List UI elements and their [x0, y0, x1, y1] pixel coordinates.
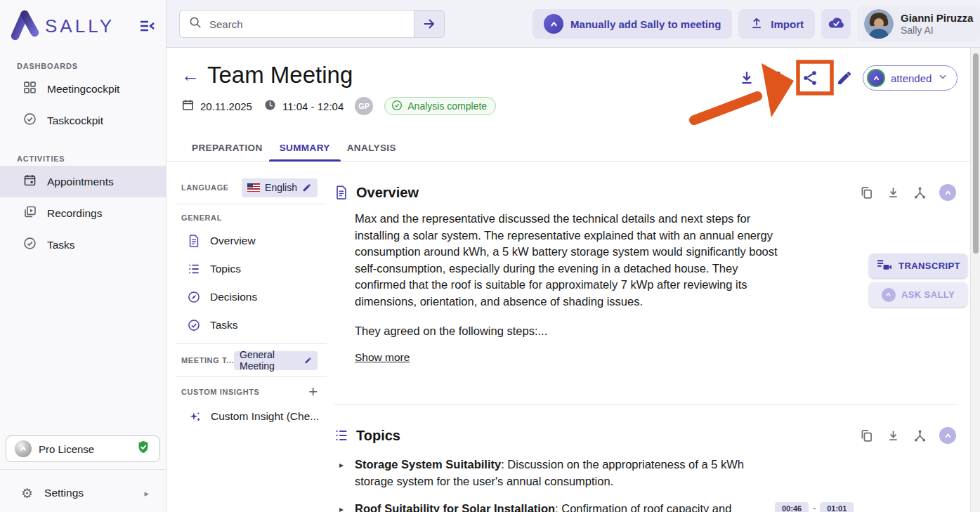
meeting-actions: attended [738, 65, 958, 91]
copy-icon[interactable] [859, 185, 874, 200]
expand-triangle-icon[interactable]: ▸ [339, 457, 344, 474]
check-circle-icon [187, 318, 201, 332]
sidebar-item-tasks[interactable]: Tasks [0, 229, 166, 261]
back-button[interactable]: ← [181, 66, 200, 84]
summary-nav-overview[interactable]: Overview [176, 227, 327, 255]
check-circle-icon [22, 112, 37, 129]
custom-insights-label: CUSTOM INSIGHTS [181, 388, 259, 396]
ask-sally-button[interactable]: ASK SALLY [869, 282, 967, 307]
summary-nav-label: Overview [210, 235, 256, 247]
download-icon[interactable] [886, 428, 901, 443]
attendance-value: attended [891, 72, 932, 84]
search-submit-button[interactable] [414, 10, 445, 38]
sidebar-item-taskcockpit[interactable]: Taskcockpit [0, 105, 166, 136]
transcript-label: TRANSCRIPT [899, 261, 960, 271]
time-start-badge[interactable]: 00:46 [775, 502, 809, 512]
import-button[interactable]: Import [738, 9, 815, 39]
sally-ai-icon[interactable] [939, 427, 956, 444]
calendar-icon [181, 98, 195, 114]
sally-logo-icon [544, 14, 563, 34]
overview-body-2: They agreed on the following steps:... [355, 324, 547, 338]
overview-actions [859, 184, 956, 201]
sidebar-item-label: Recordings [47, 207, 102, 220]
sidebar-divider [0, 469, 166, 470]
custom-insight-label: Custom Insight (Che... [211, 410, 319, 423]
workflow-icon[interactable] [913, 185, 927, 200]
show-more-link[interactable]: Show more [355, 351, 410, 364]
topics-section-header: Topics [334, 427, 956, 444]
tab-analysis[interactable]: ANALYSIS [347, 135, 396, 162]
overview-body: Max and the representative discussed the… [355, 211, 785, 310]
expand-triangle-icon[interactable]: ▸ [339, 501, 344, 512]
topic-item[interactable]: ▸ Roof Suitability for Solar Installatio… [355, 501, 766, 512]
sidebar-item-settings[interactable]: ⚙ Settings ▸ [0, 479, 166, 507]
share-icon[interactable] [801, 69, 819, 87]
sidebar-collapse-icon[interactable] [139, 16, 156, 36]
sidebar-item-appointments[interactable]: Appointments [0, 166, 166, 197]
activities-section-label: ACTIVITIES [0, 155, 166, 163]
brand-name: SALLY [45, 15, 115, 37]
add-sally-to-meeting-button[interactable]: Manually add Sally to meeting [533, 9, 732, 39]
tab-preparation[interactable]: PREPARATION [192, 135, 263, 162]
tab-bar: PREPARATION SUMMARY ANALYSIS [166, 135, 970, 162]
cloud-sync-button[interactable] [821, 9, 851, 39]
status-badge: Analysis complete [384, 97, 496, 115]
topic-title: Roof Suitability for Solar Installation [355, 502, 555, 512]
person-icon[interactable] [769, 69, 787, 87]
scrollbar[interactable] [970, 48, 980, 512]
topic-item[interactable]: ▸ Storage System Suitability: Discussion… [355, 457, 766, 490]
divider [176, 343, 327, 344]
chevron-right-icon: ▸ [144, 488, 149, 499]
calendar-icon [22, 173, 37, 190]
workflow-icon[interactable] [913, 428, 927, 443]
summary-nav-decisions[interactable]: Decisions [176, 283, 327, 311]
tab-summary[interactable]: SUMMARY [280, 135, 330, 162]
general-label: GENERAL [181, 214, 222, 222]
copy-icon[interactable] [859, 428, 874, 443]
attendance-dropdown[interactable]: attended [863, 65, 958, 91]
meeting-type-selector[interactable]: General Meeting [234, 351, 318, 370]
download-icon[interactable] [738, 69, 756, 87]
sally-logo-icon [10, 8, 41, 44]
language-selector[interactable]: English [242, 178, 318, 197]
meeting-type-value: General Meeting [240, 349, 299, 372]
logo-row: SALLY [0, 0, 166, 44]
summary-nav-custom-insight[interactable]: Custom Insight (Che... [176, 402, 327, 431]
dashboards-section-label: DASHBOARDS [0, 62, 166, 70]
add-custom-insight-button[interactable]: + [308, 384, 318, 400]
user-name: Gianni Piruzza [901, 12, 973, 24]
language-label: LANGUAGE [181, 183, 229, 192]
chevron-down-icon [937, 71, 948, 85]
topbar-right: Manually add Sally to meeting Import [533, 0, 980, 48]
divider [176, 204, 327, 204]
page-title: Team Meeting [207, 62, 353, 88]
list-icon [187, 262, 201, 276]
meeting-time: 11:04 - 12:04 [282, 100, 344, 112]
summary-nav-tasks[interactable]: Tasks [176, 311, 327, 339]
search-input[interactable] [209, 18, 399, 30]
sidebar-item-label: Taskcockpit [47, 114, 103, 127]
sally-ai-icon[interactable] [939, 184, 956, 201]
check-circle-icon [391, 99, 403, 114]
sidebar-item-label: Appointments [47, 176, 114, 188]
pro-license-card[interactable]: Pro License [6, 435, 160, 462]
scrollbar-thumb[interactable] [973, 53, 979, 254]
time-end-badge[interactable]: 01:01 [820, 502, 854, 512]
topbar: Manually add Sally to meeting Import [166, 0, 980, 48]
compass-icon [187, 290, 201, 304]
upload-icon [750, 16, 764, 32]
summary-nav-topics[interactable]: Topics [176, 255, 327, 283]
section-divider [334, 404, 956, 405]
annotation-arrow [694, 96, 757, 120]
search-input-wrap [179, 10, 414, 38]
clock-icon [263, 98, 277, 114]
edit-pencil-icon[interactable] [836, 69, 854, 87]
sidebar-item-recordings[interactable]: Recordings [0, 197, 166, 229]
transcript-button[interactable]: TRANSCRIPT [869, 254, 967, 278]
sidebar-item-meetingcockpit[interactable]: Meetingcockpit [0, 73, 166, 105]
user-profile-chip[interactable]: Gianni Piruzza Sally AI [857, 6, 980, 42]
download-icon[interactable] [886, 185, 901, 200]
sally-ai-icon [882, 288, 896, 302]
sidebar-item-label: Meetingcockpit [47, 83, 119, 96]
topic-title: Storage System Suitability [355, 458, 501, 471]
